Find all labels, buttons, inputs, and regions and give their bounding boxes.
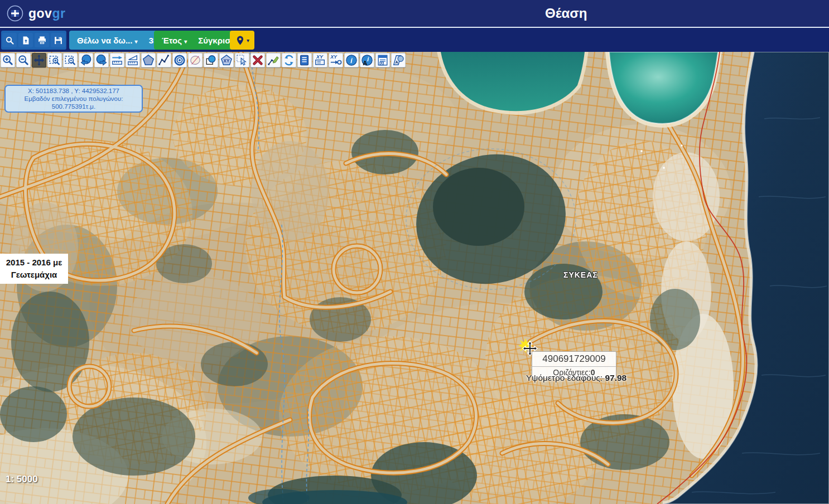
export-document-icon	[21, 36, 31, 45]
zoom-window-in-icon	[49, 54, 61, 66]
next-extent-icon	[95, 54, 108, 66]
draw-shapes-icon	[205, 54, 217, 66]
draw-polygon-icon	[142, 54, 155, 66]
app-header: govgr Θέαση	[0, 0, 829, 27]
draw-circle-icon	[173, 54, 186, 66]
refresh-icon	[283, 54, 295, 66]
coordinates-form-icon	[314, 54, 326, 66]
map-viewport: X: 501183.738 , Y: 4429532.177 Εμβαδόν ε…	[0, 52, 829, 504]
year-menu[interactable]: Έτος ▾	[157, 36, 191, 45]
location-marker-menu[interactable]: ▾	[230, 31, 254, 50]
print-button[interactable]	[35, 33, 49, 47]
polygon-coordinates-icon	[220, 54, 233, 66]
label-polygon-icon	[392, 54, 404, 66]
chevron-down-icon: ▾	[135, 38, 138, 44]
location-pin-icon	[235, 35, 245, 46]
zoom-in-icon	[2, 54, 14, 66]
next-extent-tool[interactable]	[94, 53, 109, 67]
save-button[interactable]	[51, 33, 65, 47]
measure-path-tool[interactable]	[157, 53, 171, 67]
print-icon	[37, 36, 47, 45]
pan-tool[interactable]	[32, 53, 46, 67]
map-canvas[interactable]	[0, 52, 829, 504]
coordinates-form-tool[interactable]	[313, 53, 327, 67]
want-to-see-menu[interactable]: Θέλω να δω... ▾	[73, 36, 142, 45]
zoom-in-tool[interactable]	[1, 53, 15, 67]
select-features-icon	[236, 54, 248, 66]
previous-extent-icon	[80, 54, 92, 66]
search-button[interactable]	[2, 33, 17, 47]
identify-attributes-tool[interactable]	[360, 53, 374, 67]
map-tool-strip	[1, 53, 406, 67]
polygon-coordinates-tool[interactable]	[219, 53, 234, 67]
identify-tool[interactable]	[344, 53, 359, 67]
labels-page-tool[interactable]	[375, 53, 390, 67]
page-title: Θέαση	[545, 6, 587, 21]
view-menu-group: Θέλω να δω... ▾ 3D	[69, 31, 167, 50]
labels-page-icon	[377, 54, 389, 66]
file-toolbar	[1, 31, 66, 50]
chevron-down-icon: ▾	[184, 38, 187, 44]
measure-distance-tool[interactable]	[110, 53, 124, 67]
settlement-label: ΣΥΚΕΑΣ	[563, 270, 598, 279]
parcel-elevation-row: Υψόμετρο εδάφους: 97.98	[526, 373, 638, 383]
select-features-tool[interactable]	[235, 53, 249, 67]
export-document-button[interactable]	[18, 33, 33, 47]
previous-extent-tool[interactable]	[79, 53, 93, 67]
zoom-window-in-tool[interactable]	[47, 53, 62, 67]
zoom-out-tool[interactable]	[16, 53, 31, 67]
measure-path-icon	[158, 54, 170, 66]
greek-emblem-icon	[7, 5, 23, 22]
identify-icon	[345, 54, 358, 66]
identify-attributes-icon	[361, 54, 373, 66]
scale-indicator: 1: 5000	[6, 474, 38, 485]
parcel-code: 490691729009	[532, 352, 616, 366]
delete-graphics-tool[interactable]	[250, 53, 265, 67]
edit-vertices-icon	[267, 54, 279, 66]
draw-ellipse-tool[interactable]	[188, 53, 203, 67]
measure-area-tool[interactable]	[126, 53, 140, 67]
legend-icon	[298, 54, 311, 66]
logo-text-gr: gr	[52, 6, 65, 21]
logo-text-gov: gov	[28, 6, 52, 21]
selected-polygon-area: Εμβαδόν επιλεγμένου πολυγώνου: 500.77539…	[8, 95, 139, 110]
goto-coordinates-icon	[330, 54, 342, 66]
label-polygon-tool[interactable]	[391, 53, 406, 67]
goto-coordinates-tool[interactable]	[329, 53, 343, 67]
govgr-logo[interactable]: govgr	[7, 5, 65, 22]
cursor-coordinates: X: 501183.738 , Y: 4429532.177	[8, 87, 139, 95]
measure-area-icon	[127, 54, 139, 66]
main-toolbar: Θέλω να δω... ▾ 3D Έτος ▾ Σύγκριση ▾	[0, 27, 829, 52]
pan-icon	[33, 54, 45, 66]
refresh-tool[interactable]	[282, 53, 296, 67]
zoom-window-out-tool[interactable]	[63, 53, 78, 67]
chevron-down-icon: ▾	[247, 37, 249, 43]
zoom-out-icon	[17, 54, 30, 66]
map-year-label: 2015 - 2016 με Γεωτεμάχια	[0, 254, 68, 284]
draw-ellipse-icon	[189, 54, 201, 66]
search-icon	[5, 36, 15, 45]
edit-vertices-tool[interactable]	[266, 53, 281, 67]
save-icon	[54, 36, 63, 45]
draw-circle-tool[interactable]	[172, 53, 187, 67]
measure-distance-icon	[111, 54, 123, 66]
draw-polygon-tool[interactable]	[141, 53, 156, 67]
delete-graphics-icon	[252, 54, 264, 66]
zoom-window-out-icon	[64, 54, 76, 66]
coordinates-info-box: X: 501183.738 , Y: 4429532.177 Εμβαδόν ε…	[4, 85, 143, 113]
draw-shapes-tool[interactable]	[204, 53, 218, 67]
legend-tool[interactable]	[297, 53, 312, 67]
